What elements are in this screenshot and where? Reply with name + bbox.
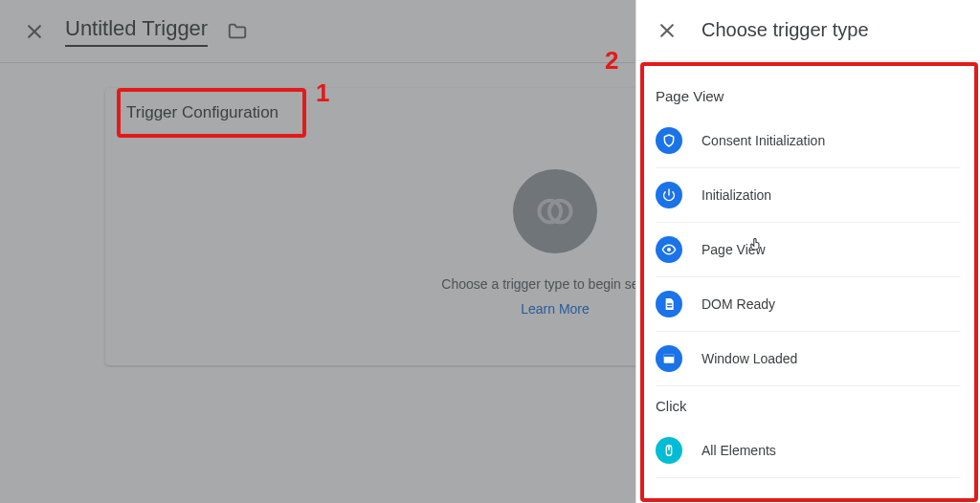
learn-more-link[interactable]: Learn More <box>521 301 590 317</box>
trigger-name-input[interactable]: Untitled Trigger <box>65 16 208 47</box>
power-icon <box>656 182 682 208</box>
trigger-group-label: Page View <box>656 88 961 104</box>
svg-rect-8 <box>664 354 675 357</box>
trigger-type-label: Window Loaded <box>702 351 797 366</box>
trigger-type-label: DOM Ready <box>702 296 775 312</box>
trigger-type-option[interactable]: All Elements <box>656 424 961 478</box>
panel-close-icon[interactable] <box>656 19 679 42</box>
trigger-type-label: All Elements <box>702 443 776 458</box>
panel-title: Choose trigger type <box>702 19 869 41</box>
trigger-type-label: Initialization <box>702 187 771 203</box>
window-icon <box>656 345 682 372</box>
panel-body: Page ViewConsent InitializationInitializ… <box>636 61 980 503</box>
choose-trigger-type-panel: Choose trigger type Page ViewConsent Ini… <box>635 0 980 503</box>
trigger-group-label: Click <box>656 398 961 414</box>
mouse-icon <box>656 437 682 464</box>
shield-icon <box>656 127 682 154</box>
trigger-placeholder-icon <box>513 169 597 253</box>
doc-icon <box>656 291 682 317</box>
trigger-type-label: Consent Initialization <box>702 133 825 148</box>
panel-header: Choose trigger type <box>636 0 980 61</box>
trigger-type-option[interactable]: Page View <box>656 223 961 277</box>
trigger-type-option[interactable]: DOM Ready <box>656 277 961 332</box>
trigger-type-option[interactable]: Window Loaded <box>656 332 961 386</box>
close-icon[interactable] <box>23 20 46 43</box>
eye-icon <box>656 236 682 263</box>
folder-icon[interactable] <box>227 21 248 42</box>
trigger-type-option[interactable]: Consent Initialization <box>656 114 961 168</box>
cursor-pointer-icon <box>747 234 765 253</box>
trigger-type-option[interactable]: Initialization <box>656 168 961 223</box>
svg-point-6 <box>667 248 671 252</box>
